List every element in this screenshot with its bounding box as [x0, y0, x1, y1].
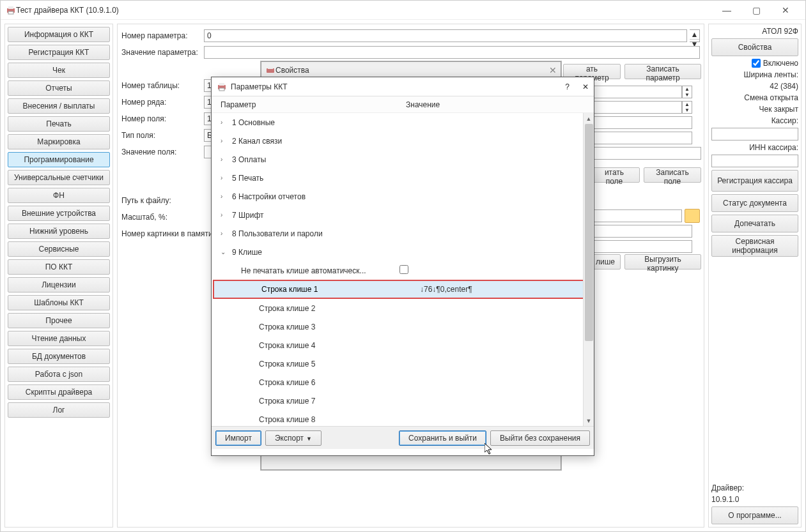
svg-rect-7 [219, 88, 224, 91]
expand-icon[interactable]: › [221, 174, 232, 181]
close-button[interactable]: ✕ [771, 1, 800, 20]
tree-label: 1 Основные [232, 118, 388, 127]
expand-icon[interactable]: › [221, 211, 232, 218]
param-val-input[interactable] [204, 46, 700, 59]
tree-value: ↓76↓¶0,center¶ [417, 285, 591, 294]
param-val-label: Значение параметра: [121, 48, 201, 57]
expand-icon[interactable]: › [221, 230, 232, 237]
field-num-label: Номер поля: [121, 114, 201, 123]
cashier-inn-input[interactable] [711, 155, 798, 167]
sidebar-item-13[interactable]: ПО ККТ [8, 259, 110, 275]
param-close-button[interactable]: ✕ [582, 82, 589, 91]
tree-scrollbar[interactable]: ▲ ▼ [583, 113, 594, 426]
sidebar-item-1[interactable]: Регистрация ККТ [8, 45, 110, 60]
tree-cliche-row-6[interactable]: Строка клише 6 [212, 373, 594, 391]
param-num-label: Номер параметра: [121, 31, 201, 40]
reprint-button[interactable]: Допечатать [711, 215, 798, 232]
tape-width-label: Ширина ленты: [711, 70, 798, 79]
column-header-value: Значение [406, 100, 440, 109]
sidebar-item-19[interactable]: Работа с json [8, 367, 110, 382]
tree-label: 5 Печать [232, 174, 388, 183]
tree-group-4[interactable]: ›6 Настройки отчетов [212, 187, 594, 206]
parameter-tree[interactable]: ›1 Основные›2 Канал связи›3 Оплаты›5 Печ… [212, 113, 594, 426]
tree-cliche-row-3[interactable]: Строка клише 3 [212, 317, 594, 336]
tree-cliche-row-7[interactable]: Строка клише 7 [212, 391, 594, 410]
about-button[interactable]: О программе... [711, 506, 798, 524]
tree-group-6[interactable]: ›8 Пользователи и пароли [212, 224, 594, 243]
tree-group-7[interactable]: ⌄9 Клише [212, 243, 594, 261]
properties-button[interactable]: Свойства [711, 38, 798, 56]
param-help-button[interactable]: ? [565, 82, 570, 91]
expand-icon[interactable]: › [221, 156, 232, 163]
tree-cliche-row-5[interactable]: Строка клише 5 [212, 354, 594, 373]
sidebar-item-12[interactable]: Сервисные [8, 241, 110, 257]
tree-cliche-row-2[interactable]: Строка клише 2 [212, 299, 594, 317]
read-field-button[interactable]: итать поле [589, 167, 640, 183]
tree-cliche-row-4[interactable]: Строка клише 4 [212, 336, 594, 354]
tree-cliche-row-8[interactable]: Строка клише 8 [212, 410, 594, 426]
sidebar-item-10[interactable]: Внешние устройства [8, 206, 110, 221]
tree-label: 6 Настройки отчетов [232, 192, 388, 201]
save-exit-button[interactable]: Сохранить и выйти [399, 430, 486, 446]
sidebar-item-15[interactable]: Шаблоны ККТ [8, 295, 110, 310]
minimize-button[interactable]: — [712, 1, 741, 20]
expand-icon[interactable]: › [221, 193, 232, 200]
browse-button[interactable] [685, 209, 700, 223]
svg-rect-1 [8, 6, 13, 9]
tree-group-0[interactable]: ›1 Основные [212, 113, 594, 132]
tree-group-1[interactable]: ›2 Канал связи [212, 132, 594, 150]
sidebar-item-7[interactable]: Программирование [8, 152, 110, 167]
export-button[interactable]: Экспорт▼ [265, 430, 322, 446]
param-num-spinner[interactable]: ▲▼ [690, 29, 700, 42]
sidebar-item-8[interactable]: Универсальные счетчики [8, 170, 110, 185]
table-num-label: Номер таблицы: [121, 81, 201, 90]
driver-label: Драйвер: [711, 483, 798, 492]
write-field-button[interactable]: Записать поле [644, 167, 701, 183]
tree-label: Строка клише 1 [261, 285, 417, 294]
tree-label: 8 Пользователи и пароли [232, 229, 388, 238]
import-button[interactable]: Импорт [215, 430, 261, 446]
props-title: Свойства [275, 66, 309, 75]
sidebar-item-2[interactable]: Чек [8, 63, 110, 78]
tree-group-5[interactable]: ›7 Шрифт [212, 206, 594, 224]
write-param-button[interactable]: Записать параметр [624, 64, 701, 79]
tree-group-2[interactable]: ›3 Оплаты [212, 150, 594, 169]
sidebar-item-17[interactable]: Чтение данных [8, 331, 110, 346]
sidebar-item-3[interactable]: Отчеты [8, 80, 110, 96]
enabled-checkbox[interactable] [752, 59, 761, 68]
sidebar-item-18[interactable]: БД документов [8, 349, 110, 364]
sidebar-item-4[interactable]: Внесения / выплаты [8, 98, 110, 114]
tree-cliche-row-1[interactable]: Строка клише 1↓76↓¶0,center¶ [213, 280, 593, 299]
sidebar-item-11[interactable]: Нижний уровень [8, 224, 110, 239]
expand-icon[interactable]: ⌄ [221, 248, 232, 255]
tree-group-3[interactable]: ›5 Печать [212, 169, 594, 187]
cashier-inn-label: ИНН кассира: [711, 143, 798, 152]
unload-picture-button[interactable]: Выгрузить картинку [624, 254, 701, 270]
sidebar-item-21[interactable]: Лог [8, 402, 110, 418]
param-dialog-title: Параметры ККТ [231, 82, 288, 91]
cashier-input[interactable] [711, 128, 798, 141]
expand-icon[interactable]: › [221, 119, 232, 126]
row-num-label: Номер ряда: [121, 98, 201, 107]
tree-auto-cliche[interactable]: Не печатать клише автоматическ... [212, 261, 594, 280]
sidebar-item-9[interactable]: ФН [8, 188, 110, 203]
sidebar-item-14[interactable]: Лицензии [8, 277, 110, 293]
tree-label: Не печатать клише автоматическ... [241, 266, 397, 275]
field-type-label: Тип поля: [121, 131, 201, 140]
expand-icon[interactable]: › [221, 137, 232, 144]
svg-rect-2 [8, 11, 13, 14]
sidebar-item-16[interactable]: Прочее [8, 313, 110, 328]
sidebar-item-20[interactable]: Скрипты драйвера [8, 384, 110, 400]
sidebar-item-6[interactable]: Маркировка [8, 134, 110, 149]
param-num-input[interactable] [204, 29, 687, 42]
service-info-button[interactable]: Сервисная информация [711, 235, 798, 257]
maximize-button[interactable]: ▢ [741, 1, 771, 20]
register-cashier-button[interactable]: Регистрация кассира [711, 170, 798, 192]
svg-rect-3 [267, 68, 274, 73]
auto-cliche-checkbox[interactable] [399, 265, 408, 274]
exit-nosave-button[interactable]: Выйти без сохранения [490, 430, 590, 446]
props-close-icon[interactable]: ✕ [549, 65, 557, 75]
sidebar-item-0[interactable]: Информация о ККТ [8, 27, 110, 42]
doc-status-button[interactable]: Статус документа [711, 194, 798, 212]
sidebar-item-5[interactable]: Печать [8, 116, 110, 132]
